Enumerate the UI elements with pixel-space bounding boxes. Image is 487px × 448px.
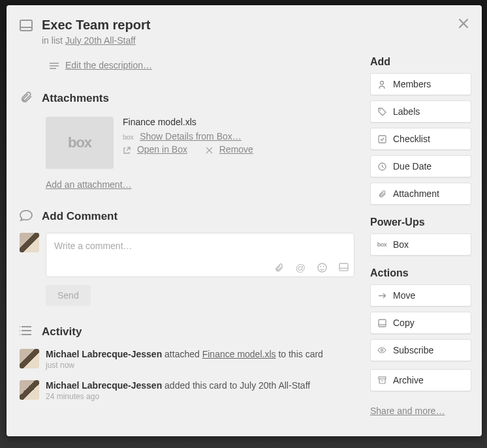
clock-icon xyxy=(377,162,386,171)
activity-entry: Michael Labrecque-Jessen added this card… xyxy=(20,380,354,401)
svg-point-14 xyxy=(20,330,20,331)
activity-avatar xyxy=(20,349,39,368)
svg-rect-0 xyxy=(20,20,32,31)
activity-entry: Michael Labrecque-Jessen attached Financ… xyxy=(20,349,354,370)
eye-icon xyxy=(377,347,386,353)
card-link-icon[interactable] xyxy=(339,263,349,273)
archive-button[interactable]: Archive xyxy=(370,369,471,391)
svg-point-5 xyxy=(318,263,326,272)
tag-icon xyxy=(377,108,386,116)
activity-icon xyxy=(20,325,33,338)
attachments-icon xyxy=(20,91,33,106)
description-icon xyxy=(50,61,59,71)
attachments-heading: Attachments xyxy=(42,92,109,105)
activity-timestamp: 24 minutes ago xyxy=(46,392,310,401)
share-more-link[interactable]: Share and more… xyxy=(370,406,445,416)
send-button[interactable]: Send xyxy=(46,285,91,306)
move-button[interactable]: Move xyxy=(370,284,471,306)
attachment-item: box Finance model.xls box Show Details f… xyxy=(46,117,354,169)
attach-icon[interactable] xyxy=(274,263,284,273)
activity-object-link[interactable]: Finance model.xls xyxy=(202,349,276,359)
checklist-button[interactable]: Checklist xyxy=(370,128,471,150)
card-title[interactable]: Exec Team report xyxy=(42,17,150,33)
svg-point-13 xyxy=(20,326,20,327)
activity-timestamp: just now xyxy=(46,361,323,370)
user-avatar xyxy=(20,233,39,252)
attachment-thumbnail[interactable]: box xyxy=(46,117,114,169)
svg-rect-8 xyxy=(339,263,348,271)
add-attachment-link[interactable]: Add an attachment… xyxy=(46,179,132,190)
members-button[interactable]: Members xyxy=(370,73,471,95)
show-details-link[interactable]: Show Details from Box… xyxy=(140,131,242,142)
checklist-icon xyxy=(377,135,386,143)
due-date-button[interactable]: Due Date xyxy=(370,155,471,177)
attachment-button[interactable]: Attachment xyxy=(370,183,471,205)
clip-icon xyxy=(377,190,386,198)
archive-icon xyxy=(377,376,386,384)
svg-rect-20 xyxy=(379,320,386,327)
open-in-box-link[interactable]: Open in Box xyxy=(137,144,187,155)
activity-avatar xyxy=(20,380,39,400)
svg-point-15 xyxy=(20,334,20,335)
labels-button[interactable]: Labels xyxy=(370,100,471,123)
svg-point-7 xyxy=(323,266,324,267)
powerup-box-button[interactable]: boxBox xyxy=(370,233,471,256)
activity-heading: Activity xyxy=(42,325,82,338)
mention-icon[interactable]: @ xyxy=(296,263,306,273)
arrow-right-icon xyxy=(377,292,386,299)
sidebar-powerups-heading: Power-Ups xyxy=(370,217,471,228)
user-icon xyxy=(377,80,386,89)
external-link-icon xyxy=(123,147,131,155)
svg-rect-18 xyxy=(379,136,386,143)
sidebar-actions-heading: Actions xyxy=(370,267,471,279)
copy-icon xyxy=(377,319,386,327)
copy-button[interactable]: Copy xyxy=(370,312,471,334)
emoji-icon[interactable] xyxy=(317,263,327,273)
activity-actor: Michael Labrecque-Jessen xyxy=(46,380,162,391)
svg-point-16 xyxy=(381,81,384,84)
activity-actor: Michael Labrecque-Jessen xyxy=(46,349,162,359)
sidebar-add-heading: Add xyxy=(370,56,471,68)
close-icon[interactable] xyxy=(454,14,473,33)
attachment-filename: Finance model.xls xyxy=(123,117,253,127)
remove-icon xyxy=(206,147,213,154)
svg-point-17 xyxy=(379,109,381,110)
comment-input[interactable]: Write a comment… @ xyxy=(46,233,354,277)
card-modal: Exec Team report in list July 20th All-S… xyxy=(7,5,482,436)
remove-attachment-link[interactable]: Remove xyxy=(219,144,253,155)
box-logo: box xyxy=(68,134,91,151)
card-list-location: in list July 20th All-Staff xyxy=(42,35,150,46)
subscribe-button[interactable]: Subscribe xyxy=(370,339,471,361)
svg-rect-23 xyxy=(379,377,386,379)
svg-point-22 xyxy=(381,349,383,351)
list-link[interactable]: July 20th All-Staff xyxy=(65,35,136,46)
add-comment-heading: Add Comment xyxy=(42,210,118,223)
comment-icon xyxy=(20,209,33,224)
box-icon: box xyxy=(123,134,133,141)
svg-point-6 xyxy=(320,266,321,267)
box-icon: box xyxy=(377,241,386,248)
edit-description-link[interactable]: Edit the description… xyxy=(65,60,152,70)
comment-placeholder: Write a comment… xyxy=(54,241,133,251)
card-icon xyxy=(20,20,33,34)
